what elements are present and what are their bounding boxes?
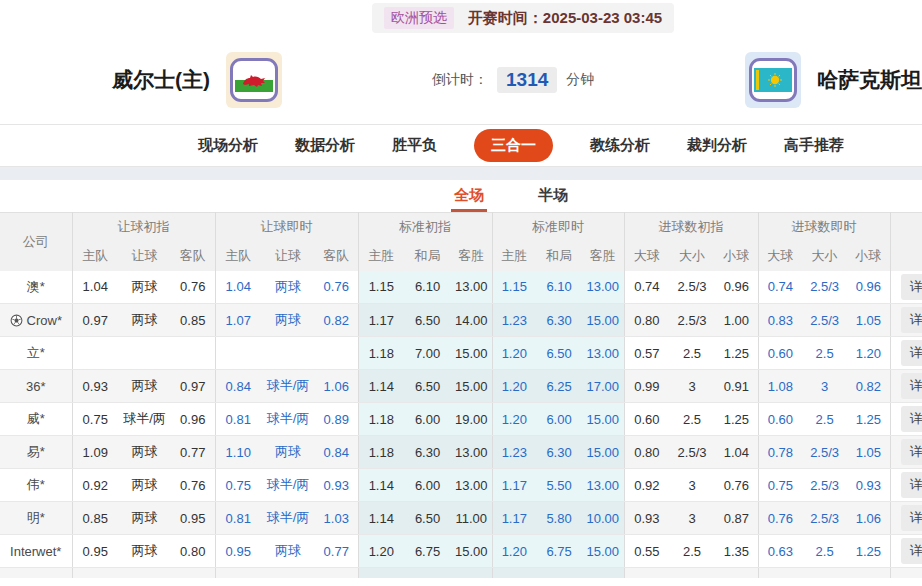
odds-cell: 15.00 (582, 403, 624, 436)
home-team-name: 威尔士(主) (112, 66, 210, 94)
sub-header: 主胜 (492, 242, 536, 271)
home-team: 威尔士(主) (112, 52, 282, 108)
detail-cell: 详 (890, 502, 922, 535)
odds-cell: 1.05 (847, 304, 890, 337)
scope-tab-2[interactable]: 半场 (535, 186, 571, 212)
sub-header: 小球 (715, 242, 758, 271)
odds-cell: 1.20 (492, 403, 536, 436)
odds-cell: 1.35 (715, 535, 758, 568)
odds-cell: 1.09 (72, 436, 118, 469)
odds-cell: 0.84 (215, 370, 261, 403)
odds-cell: 0.93 (72, 370, 118, 403)
odds-cell: 5.50 (536, 469, 582, 502)
odds-cell: 两球 (261, 271, 315, 304)
odds-cell (72, 337, 118, 370)
league-badge[interactable]: 欧洲预选 (384, 7, 454, 29)
table-row: 易*1.09两球0.771.10两球0.841.186.3013.001.236… (0, 436, 922, 469)
detail-button[interactable]: 详 (901, 340, 922, 366)
group-header-4: 标准即时 (492, 213, 624, 242)
odds-cell: 0.78 (758, 436, 802, 469)
nav-tab-4[interactable]: 三合一 (474, 129, 553, 162)
odds-cell: 1.05 (847, 436, 890, 469)
meta-pill: 欧洲预选 开赛时间：2025-03-23 03:45 (372, 3, 674, 33)
odds-cell: 1.00 (715, 304, 758, 337)
odds-cell: 15.00 (582, 436, 624, 469)
detail-button[interactable]: 详 (901, 505, 922, 531)
odds-cell (404, 568, 451, 578)
detail-button[interactable]: 详 (901, 274, 922, 300)
odds-cell: 1.18 (358, 403, 404, 436)
detail-cell: 详 (890, 535, 922, 568)
table-row: 立*1.187.0015.001.206.5013.000.572.51.250… (0, 337, 922, 370)
odds-cell: 0.95 (215, 535, 261, 568)
odds-cell: 1.03 (315, 502, 358, 535)
detail-button[interactable]: 详 (901, 472, 922, 498)
company-name: 立* (0, 337, 72, 370)
odds-cell: 1.20 (358, 535, 404, 568)
odds-cell: 0.96 (171, 403, 215, 436)
odds-cell: 球半/两 (118, 403, 171, 436)
odds-cell: 0.89 (315, 403, 358, 436)
away-team-name: 哈萨克斯坦 (817, 66, 922, 94)
odds-cell: 3 (669, 502, 715, 535)
odds-cell: 0.76 (715, 469, 758, 502)
odds-cell: 两球 (118, 502, 171, 535)
odds-cell: 0.76 (171, 469, 215, 502)
detail-cell: 详 (890, 469, 922, 502)
odds-cell: 球半/两 (261, 403, 315, 436)
detail-button[interactable]: 详 (901, 406, 922, 432)
odds-cell: 7.00 (404, 337, 451, 370)
kazakhstan-flag-icon (745, 52, 801, 108)
odds-cell: 1.23 (492, 436, 536, 469)
match-meta-bar: 欧洲预选 开赛时间：2025-03-23 03:45 (0, 0, 922, 36)
odds-cell: 两球 (118, 271, 171, 304)
detail-button[interactable]: 详 (901, 538, 922, 564)
group-header-1: 让球初指 (72, 213, 215, 242)
odds-cell (261, 337, 315, 370)
odds-cell: 0.80 (624, 436, 669, 469)
table-row: 伟*0.92两球0.760.75球半/两0.931.146.0013.001.1… (0, 469, 922, 502)
odds-cell: 3 (802, 370, 847, 403)
kickoff-time: 开赛时间：2025-03-23 03:45 (468, 9, 662, 28)
detail-cell: 详 (890, 271, 922, 304)
sub-header: 主队 (215, 242, 261, 271)
odds-cell: 15.00 (582, 304, 624, 337)
odds-cell: 0.77 (315, 535, 358, 568)
table-row: 澳*1.04两球0.761.04两球0.761.156.1013.001.156… (0, 271, 922, 304)
odds-table: 公司让球初指让球即时标准初指标准即时进球数初指进球数即时主队让球客队主队让球客队… (0, 212, 922, 578)
detail-cell: 详 (890, 436, 922, 469)
odds-cell: 2.5/3 (669, 271, 715, 304)
sub-header: 客胜 (451, 242, 492, 271)
odds-cell (118, 337, 171, 370)
company-name: Crow* (0, 304, 72, 337)
odds-cell: 0.84 (315, 436, 358, 469)
odds-cell: 0.95 (171, 502, 215, 535)
odds-cell: 1.18 (358, 337, 404, 370)
odds-cell: 17.00 (582, 370, 624, 403)
nav-tab-5[interactable]: 教练分析 (590, 136, 650, 155)
nav-tab-1[interactable]: 现场分析 (198, 136, 258, 155)
scope-tab-1[interactable]: 全场 (451, 186, 487, 212)
odds-cell: 6.75 (404, 535, 451, 568)
nav-tab-7[interactable]: 高手推荐 (784, 136, 844, 155)
odds-cell (758, 568, 802, 578)
detail-button[interactable]: 详 (901, 373, 922, 399)
odds-cell: 1.14 (358, 502, 404, 535)
odds-cell: 6.30 (536, 304, 582, 337)
nav-tab-6[interactable]: 裁判分析 (687, 136, 747, 155)
odds-cell: 2.5 (802, 337, 847, 370)
nav-tab-2[interactable]: 数据分析 (295, 136, 355, 155)
detail-cell: 详 (890, 370, 922, 403)
odds-cell: 0.93 (315, 469, 358, 502)
odds-cell: 0.76 (315, 271, 358, 304)
nav-tab-3[interactable]: 胜平负 (392, 136, 437, 155)
odds-cell: 0.74 (758, 271, 802, 304)
odds-cell: 0.85 (72, 502, 118, 535)
detail-button[interactable]: 详 (901, 307, 922, 333)
odds-cell: 0.96 (715, 271, 758, 304)
odds-cell: 0.87 (715, 502, 758, 535)
soccer-ball-icon (10, 314, 23, 327)
odds-cell (215, 568, 261, 578)
detail-button[interactable]: 详 (901, 439, 922, 465)
group-header-6: 进球数即时 (758, 213, 890, 242)
